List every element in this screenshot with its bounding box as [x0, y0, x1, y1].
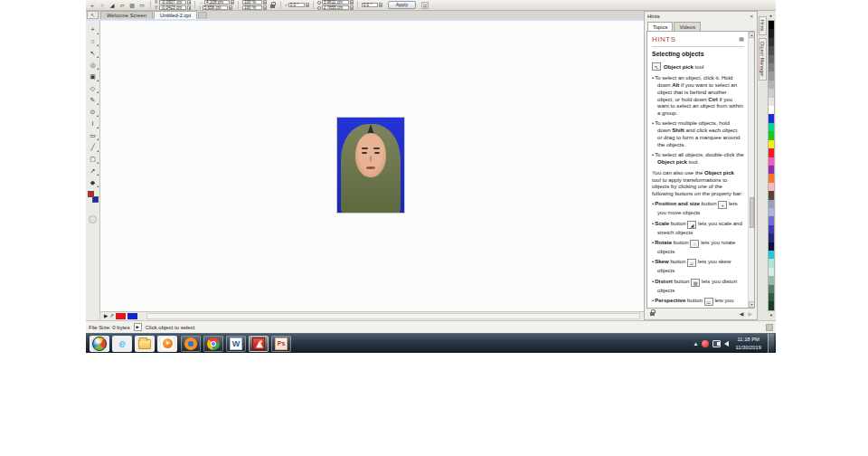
crop-tool[interactable]: ▣: [87, 71, 99, 82]
scale-y-spinner[interactable]: [263, 5, 267, 10]
position-size-button[interactable]: +: [88, 1, 97, 10]
eraser-tool[interactable]: ◇: [87, 82, 99, 94]
palette-swatch[interactable]: [769, 46, 774, 54]
scroll-thumb[interactable]: [750, 197, 754, 228]
tray-red-app-icon[interactable]: [702, 340, 709, 347]
palette-swatch[interactable]: [769, 293, 774, 301]
palette-swatch[interactable]: [769, 216, 774, 224]
scale-button[interactable]: ◢: [108, 1, 117, 10]
palette-swatch[interactable]: [769, 276, 774, 284]
palette-swatch[interactable]: [769, 200, 774, 208]
dim2-spinner[interactable]: [350, 5, 354, 10]
height-spinner[interactable]: [229, 5, 232, 10]
scroll-up-icon[interactable]: ▲: [749, 32, 755, 38]
palette-swatch[interactable]: [769, 89, 774, 97]
rectangle-tool[interactable]: ▢: [87, 153, 99, 165]
hints-tab[interactable]: Topics: [647, 22, 673, 31]
scale-y-field[interactable]: 100 %: [242, 5, 262, 10]
show-desktop-button[interactable]: [768, 334, 774, 354]
text-tool[interactable]: I: [87, 118, 99, 129]
word-icon[interactable]: W: [226, 336, 246, 352]
palette-swatch[interactable]: [769, 233, 774, 242]
media-player-icon[interactable]: [157, 336, 177, 352]
palette-swatch[interactable]: [769, 71, 774, 80]
palette-swatch[interactable]: [769, 191, 774, 199]
firefox-icon[interactable]: [181, 336, 201, 352]
grid-icon[interactable]: ▦: [739, 36, 744, 43]
scale-x-spinner[interactable]: [263, 0, 267, 5]
dim1-field[interactable]: 3.9611 cm: [322, 0, 349, 5]
palette-flyout-top-icon[interactable]: ▸: [768, 13, 775, 19]
paint-color-swatch[interactable]: [116, 313, 126, 319]
perspective-button[interactable]: ▭: [137, 1, 146, 10]
background-color-swatch[interactable]: [92, 196, 99, 203]
dim1-spinner[interactable]: [350, 0, 354, 5]
x-field[interactable]: -0.0607 cm: [159, 0, 186, 5]
palette-swatch[interactable]: [769, 285, 774, 293]
toolbox-extra-icon[interactable]: [89, 215, 97, 223]
dim2-field[interactable]: 2.7855 cm: [322, 5, 349, 10]
height-field[interactable]: 5.656 cm: [203, 5, 228, 10]
touch-up-brush-tool[interactable]: ✎: [87, 94, 99, 106]
palette-swatch[interactable]: [769, 98, 774, 106]
status-play-icon[interactable]: ▶: [134, 323, 142, 331]
forward-icon[interactable]: ▶: [747, 309, 753, 318]
y-field[interactable]: -0.0423 cm: [159, 5, 186, 10]
hints-tab[interactable]: Videos: [674, 22, 701, 31]
red-app-icon[interactable]: [249, 336, 269, 352]
palette-swatch[interactable]: [769, 157, 774, 166]
skew-button[interactable]: ▱: [118, 1, 127, 10]
taskbar-clock[interactable]: 11:18 PM 11/30/2019: [732, 336, 764, 350]
resize-grip[interactable]: [766, 324, 773, 331]
width-field[interactable]: 4.108 cm: [204, 0, 230, 5]
palette-swatch[interactable]: [769, 55, 774, 63]
mask-tool[interactable]: ○: [87, 35, 99, 47]
hints-scrollbar[interactable]: ▲ ▼: [748, 32, 754, 308]
speaker-icon[interactable]: [724, 341, 729, 347]
palette-swatch[interactable]: [769, 140, 774, 148]
palette-swatch[interactable]: [769, 106, 774, 114]
palette-swatch[interactable]: [769, 183, 774, 191]
x-spinner[interactable]: [187, 0, 191, 5]
fill-tool[interactable]: ◆: [87, 176, 99, 188]
chrome-icon[interactable]: [203, 336, 223, 352]
dim2-radio[interactable]: [317, 6, 321, 10]
tray-expand-icon[interactable]: ▲: [693, 339, 698, 348]
rotate-angle-spinner[interactable]: [306, 3, 309, 7]
vtab-hints[interactable]: Hints: [759, 16, 767, 35]
apply-button[interactable]: Apply: [388, 1, 417, 9]
palette-swatch[interactable]: [769, 166, 774, 174]
palette-swatch[interactable]: [769, 301, 774, 309]
palette-swatch[interactable]: [769, 251, 774, 259]
new-tab-stub[interactable]: [198, 12, 207, 19]
palette-swatch[interactable]: [769, 148, 774, 157]
palette-swatch[interactable]: [769, 268, 774, 276]
zoom-tool[interactable]: ◎: [87, 59, 99, 71]
palette-swatch[interactable]: [769, 225, 774, 233]
palette-swatch[interactable]: [769, 114, 774, 122]
palette-swatch[interactable]: [769, 29, 774, 37]
palette-swatch[interactable]: [769, 208, 774, 216]
eyedropper-tool[interactable]: ↗: [87, 165, 99, 176]
back-icon[interactable]: ◀: [739, 309, 745, 318]
pick-cursor-icon[interactable]: ↖: [87, 11, 99, 19]
skew-angle-spinner[interactable]: [379, 3, 382, 7]
document-tab[interactable]: Untitled-2.cpt: [154, 11, 197, 19]
document-tab[interactable]: Welcome Screen: [100, 11, 153, 19]
rotate-button[interactable]: ○: [98, 1, 107, 10]
rotate-angle-field[interactable]: 0.0 °: [288, 3, 305, 7]
palette-swatch[interactable]: [769, 259, 774, 267]
shape-tool[interactable]: ▭: [87, 129, 99, 141]
palette-swatch[interactable]: [769, 123, 774, 131]
paint-tool[interactable]: ╱: [87, 141, 99, 153]
scale-x-field[interactable]: 100 %: [242, 0, 262, 5]
palette-swatch[interactable]: [769, 242, 774, 251]
lock-ratio-icon[interactable]: [270, 5, 275, 8]
portrait-photo[interactable]: [337, 118, 404, 213]
palette-swatch[interactable]: [769, 131, 774, 139]
dropper-icon[interactable]: ↗: [109, 312, 114, 320]
palette-swatch[interactable]: [769, 174, 774, 182]
options-icon[interactable]: ▤: [421, 2, 429, 9]
palette-flyout-bottom-icon[interactable]: ▾: [768, 312, 775, 318]
mask-transform-tool[interactable]: ↖: [87, 47, 99, 59]
